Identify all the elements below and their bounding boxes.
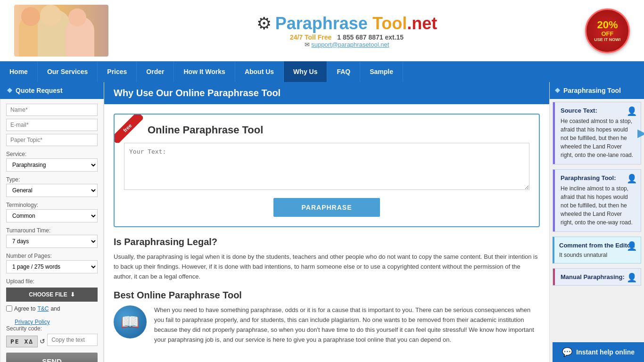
discount-off: OFF [601,30,613,37]
service-select[interactable]: Paraphrasing [6,158,98,172]
tool-avatar: 📖 [114,305,147,338]
paraphrasing-card-sidebar [553,170,555,231]
best-tool-section: 📖 When you need to have something paraph… [114,305,540,349]
center-header: Why Use Our Online Paraphrase Tool [104,82,549,104]
quote-section-header: ❖ Quote Request [0,82,104,99]
choose-file-button[interactable]: CHOOSE FILE ⬇ [6,288,98,302]
tool-box-title: Online Paraphrase Tool [148,124,529,136]
paraphrasing-card-text: He incline almost to a stop, afraid that… [561,184,636,227]
article-h2-best: Best Online Paraphrase Tool [114,290,540,301]
logo-tool-text: Tool [372,14,407,33]
chat-icon: 💬 [562,347,572,357]
captcha-input[interactable] [47,334,98,346]
source-card-text: He coasted almost to a stop, afraid that… [561,117,636,159]
paraphrase-tool-box: free Online Paraphrase Tool PARAPHRASE [114,114,540,227]
agree-checkbox[interactable] [6,305,12,312]
logo-gear-icon: ⚙ [256,14,272,33]
paraphrasing-card-title: Paraphrasing Tool: [561,174,636,181]
nav-about-us[interactable]: About Us [235,61,284,82]
tnc-link[interactable]: T&C [37,305,49,312]
quote-title: Quote Request [16,87,63,94]
article-p-best: When you need to have something paraphra… [154,305,540,345]
upload-label: Upload file: [6,278,98,285]
navbar: Home Our Services Prices Order How It Wo… [0,61,644,82]
email-icon: ✉ [305,41,310,48]
paraphrase-textarea[interactable] [124,143,529,190]
pages-label: Number of Pages: [6,253,98,259]
upload-icon: ⬇ [70,291,75,298]
discount-cta: USE IT NOW! [594,37,621,42]
choose-file-label: CHOOSE FILE [29,291,67,298]
logo-paraphrase-text: Paraphrase [275,14,372,33]
header-contact: 24/7 Toll Free 1 855 687 8871 ext.15 ✉ s… [290,33,404,48]
source-arrow-icon: ▶ [637,127,644,140]
comment-card-title: Comment from the Editor: [559,242,636,249]
right-header-title: Paraphrasing Tool [563,87,621,94]
instant-help-button[interactable]: 💬 Instant help online [553,342,644,362]
article-p-legal: Usually, the paraphrasing is legal when … [114,252,540,281]
discount-pct: 20% [597,20,618,30]
email-info: ✉ support@paraphrasetool.net [290,41,404,48]
email-link[interactable]: support@paraphrasetool.net [311,41,389,48]
manual-card: Manual Paraphrasing: 👤 [553,268,641,286]
terminology-label: Terminology: [6,202,98,208]
comment-user-icon: 👤 [627,241,637,251]
privacy-link[interactable]: Privacy Policy [15,319,50,325]
captcha-row: PE X∆ ↺ [6,334,98,349]
and-text: and [50,305,60,312]
name-input[interactable] [6,104,98,116]
agree-row: Agree to T&C and [6,305,98,314]
turnaround-select[interactable]: 7 days [6,235,98,248]
source-card: Source Text: He coasted almost to a stop… [553,102,641,165]
left-sidebar: ❖ Quote Request Service: Paraphrasing Ty… [0,82,104,362]
center-content: Why Use Our Online Paraphrase Tool free … [104,82,550,362]
right-sidebar-header: ❖ Paraphrasing Tool [550,82,644,99]
nav-sample[interactable]: Sample [360,61,403,82]
nav-how-it-works[interactable]: How It Works [174,61,235,82]
paraphrasing-card: Paraphrasing Tool: He incline almost to … [553,169,641,232]
avatar-icon: 📖 [121,313,140,331]
main-layout: ❖ Quote Request Service: Paraphrasing Ty… [0,82,644,362]
turnaround-label: Turnaround Time: [6,227,98,234]
free-ribbon: free [115,115,143,143]
discount-badge[interactable]: 20% OFF USE IT NOW! [585,8,630,53]
center-title: Why Use Our Online Paraphrase Tool [114,88,281,98]
manual-card-sidebar [553,269,555,285]
pages-select[interactable]: 1 page / 275 words [6,260,98,273]
service-label: Service: [6,151,98,157]
logo-net-text: .net [407,14,437,33]
logo: ⚙ Paraphrase Tool.net 24/7 Toll Free 1 8… [256,14,437,48]
nav-home[interactable]: Home [0,61,38,82]
source-card-title: Source Text: [561,107,636,114]
quote-icon: ❖ [7,87,13,94]
comment-card-text: It sounds unnatural [559,252,636,258]
manual-card-title: Manual Paraphrasing: [561,273,636,280]
terminology-select[interactable]: Common [6,209,98,222]
nav-faq[interactable]: FAQ [327,61,360,82]
toll-free-info: 24/7 Toll Free 1 855 687 8871 ext.15 [290,33,404,41]
header-image [14,5,108,57]
nav-prices[interactable]: Prices [98,61,137,82]
paraphrasing-user-icon: 👤 [627,173,637,184]
nav-order[interactable]: Order [137,61,174,82]
captcha-image: PE X∆ [6,336,38,347]
agree-text: Agree to [14,305,35,312]
refresh-icon[interactable]: ↺ [40,337,45,345]
email-input[interactable] [6,119,98,131]
right-header-icon: ❖ [554,87,561,94]
right-sidebar: ❖ Paraphrasing Tool Source Text: He coas… [550,82,644,362]
topic-input[interactable] [6,134,98,146]
type-label: Type: [6,176,98,183]
center-body: free Online Paraphrase Tool PARAPHRASE I… [104,114,549,359]
send-button[interactable]: SEND [6,353,98,362]
comment-card: Comment from the Editor: It sounds unnat… [553,237,641,263]
type-select[interactable]: General [6,184,98,197]
paraphrase-button[interactable]: PARAPHRASE [273,198,380,217]
source-user-icon: 👤 [627,106,637,116]
page-header: ⚙ Paraphrase Tool.net 24/7 Toll Free 1 8… [0,0,644,61]
source-card-sidebar [553,102,555,164]
nav-why-us[interactable]: Why Us [284,61,327,82]
article-h2-legal: Is Paraphrasing Legal? [114,237,540,247]
nav-services[interactable]: Our Services [38,61,98,82]
security-label: Security code: [6,325,98,332]
